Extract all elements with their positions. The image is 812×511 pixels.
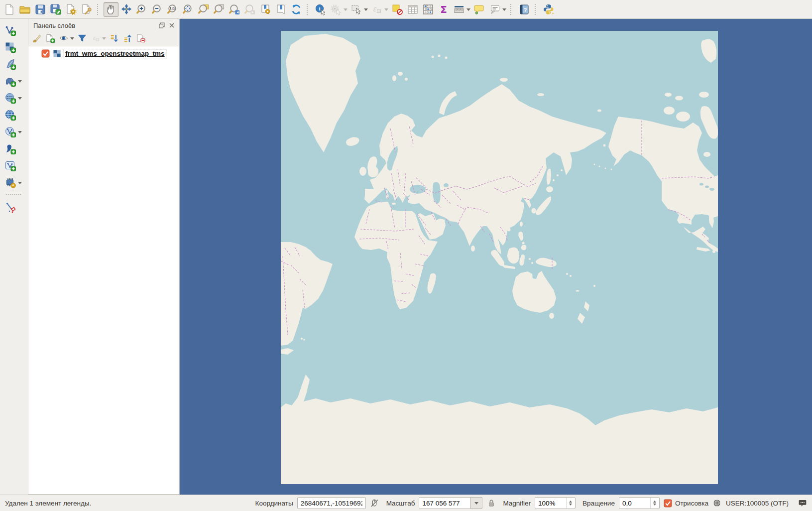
show-bookmarks-button[interactable] [273,2,288,17]
action-icon [330,3,342,15]
add-spatialite-layer-button[interactable] [3,57,18,72]
python-console-button[interactable] [541,2,556,17]
manage-map-themes-dropdown-arrow[interactable] [70,37,74,42]
rotation-input[interactable] [619,500,650,507]
add-mssql-layer-dropdown-arrow[interactable] [18,97,22,102]
float-panel-button[interactable] [158,21,166,29]
render-toggle[interactable]: Отрисовка [664,499,708,508]
text-annotation-dropdown-arrow[interactable] [502,8,506,13]
label-pin-tool-button[interactable] [3,200,18,215]
scale-dropdown-button[interactable] [470,497,482,509]
toggle-extents-button[interactable] [370,499,379,508]
measure-button[interactable] [452,2,466,17]
render-checkbox[interactable] [664,499,672,508]
add-postgis-layer-button[interactable] [3,74,18,89]
help-button[interactable] [517,2,532,17]
add-group-button[interactable] [44,32,57,45]
map-tips-button[interactable] [472,2,487,17]
new-project-button[interactable] [2,2,17,17]
close-panel-button[interactable] [168,21,176,29]
rotation-spin-buttons[interactable] [650,498,659,509]
layer-item[interactable]: frmt_wms_openstreetmap_tms [28,46,179,60]
select-by-expression-button[interactable] [369,2,384,17]
expand-all-button[interactable] [108,32,120,45]
add-postgis-layer-dropdown-arrow[interactable] [18,80,22,85]
add-mssql-layer-button[interactable] [3,91,18,106]
rotation-spinbox[interactable] [619,497,660,509]
add-vector-layer-button[interactable] [3,23,18,38]
add-virtual-layer-button[interactable] [3,158,18,173]
open-attribute-table-button[interactable] [405,2,420,17]
add-wfs-layer-button[interactable] [3,125,18,139]
messages-button[interactable] [798,499,807,508]
layer-name[interactable]: frmt_wms_openstreetmap_tms [63,49,167,58]
refresh-map-button[interactable] [289,2,304,17]
add-wms-layer-button[interactable] [3,108,18,123]
new-print-layout-button[interactable] [64,2,79,17]
zoom-native-button[interactable] [165,2,180,17]
help-icon [518,3,530,15]
filter-legend-by-expression-dropdown-arrow[interactable] [102,37,106,42]
table-icon [407,3,419,15]
add-raster-layer-button[interactable] [3,40,18,55]
select-by-expression-dropdown-arrow[interactable] [384,8,388,13]
layers-tree[interactable]: frmt_wms_openstreetmap_tms [28,46,179,495]
run-feature-action-button[interactable] [329,2,344,17]
scale-label: Масштаб [386,500,415,507]
select-features-dropdown-arrow[interactable] [364,8,368,13]
zoom-in-button[interactable] [134,2,149,17]
book-star-icon [259,3,271,15]
pan-to-selection-button[interactable] [119,2,134,17]
open-layer-styling-button[interactable] [30,32,43,45]
zoom-to-selection-button[interactable] [212,2,227,17]
zoom-out-button[interactable] [150,2,165,17]
zoom-full-group [181,2,196,17]
select-features-button[interactable] [349,2,364,17]
field-calculator-button[interactable] [421,2,436,17]
show-statistics-button[interactable] [436,2,451,17]
add-vector-tile-layer-dropdown-arrow[interactable] [18,182,22,186]
scale-input[interactable] [419,497,470,509]
manage-map-themes-button[interactable] [57,32,70,45]
show-statistics-group [436,2,451,17]
show-layout-manager-group [79,2,94,17]
p-collapse-icon [122,33,132,43]
measure-dropdown-arrow[interactable] [466,8,470,13]
show-layout-manager-button[interactable] [79,2,94,17]
magnifier-spinbox[interactable] [535,497,576,509]
filter-legend-by-expression-button[interactable] [89,32,102,45]
add-vector-tile-layer-button[interactable] [3,175,18,190]
main-toolbar [0,0,812,19]
filter-legend-by-expression-group [89,32,107,45]
deselect-all-button[interactable] [390,2,405,17]
magnifier-spin-buttons[interactable] [566,498,575,509]
measure-group [452,2,471,17]
run-feature-action-dropdown-arrow[interactable] [344,8,348,13]
add-delimited-text-layer-button[interactable] [3,141,18,156]
select-features-group [349,2,369,17]
pan-map-button[interactable] [104,2,118,17]
remove-layer-button[interactable] [134,32,147,45]
zoom-last-button[interactable] [227,2,242,17]
filter-legend-button[interactable] [76,32,89,45]
zoom-next-button[interactable] [242,2,257,17]
add-wfs-layer-dropdown-arrow[interactable] [18,131,22,135]
save-project-as-button[interactable] [48,2,63,17]
zoom-full-button[interactable] [181,2,196,17]
identify-features-button[interactable] [313,2,328,17]
new-bookmark-button[interactable] [258,2,273,17]
map-canvas[interactable] [180,19,812,495]
mag-last-icon [229,3,240,15]
crs-status-button[interactable] [712,499,722,508]
lock-scale-button[interactable] [486,499,496,508]
save-project-button[interactable] [33,2,48,17]
magnifier-input[interactable] [535,500,566,507]
layer-visibility-checkbox[interactable] [41,49,50,58]
collapse-all-button[interactable] [121,32,134,45]
crs-label: USER:100005 (OTF) [726,500,789,507]
open-project-button[interactable] [17,2,32,17]
scale-combobox[interactable] [419,497,482,509]
text-annotation-button[interactable] [487,2,502,17]
coordinates-input[interactable] [297,497,366,509]
zoom-to-layer-button[interactable] [196,2,211,17]
